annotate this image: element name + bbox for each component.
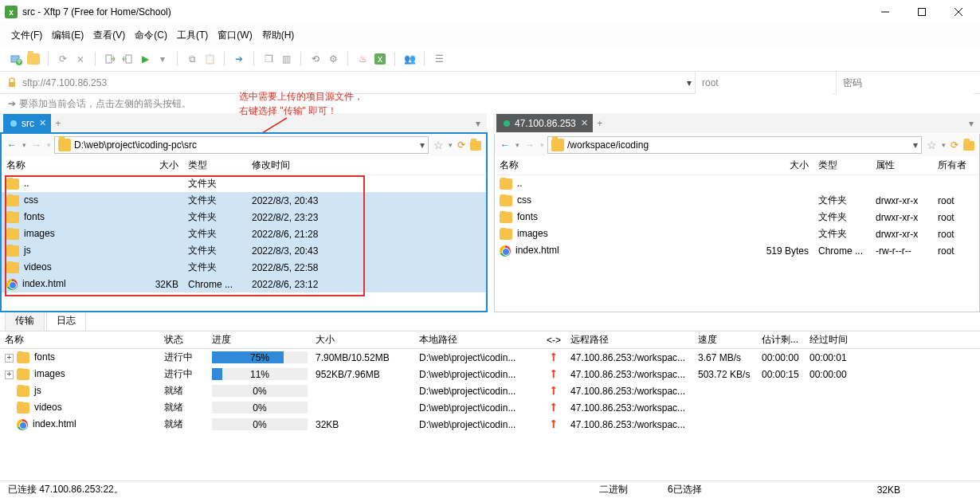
- nav-back-icon[interactable]: ←: [498, 138, 512, 152]
- right-tab-host[interactable]: 47.100.86.253 ✕: [496, 114, 593, 132]
- nav-back-icon[interactable]: ←: [5, 138, 19, 152]
- nav-fwd-icon[interactable]: →: [29, 138, 44, 152]
- menu-edit[interactable]: 编辑(E): [47, 25, 88, 45]
- file-row[interactable]: fonts 文件夹 2022/8/2, 23:23: [2, 209, 486, 225]
- path-dropdown-icon[interactable]: ▾: [913, 139, 918, 151]
- people-icon[interactable]: 👥: [402, 51, 417, 67]
- tab-log[interactable]: 日志: [46, 310, 86, 331]
- pane-splitter[interactable]: [488, 134, 494, 312]
- progress-bar: 0%: [212, 385, 308, 397]
- new-session-icon[interactable]: +: [8, 51, 24, 67]
- transfer-left-icon[interactable]: [102, 51, 118, 67]
- progress-bar: 75%: [212, 351, 308, 363]
- connection-host[interactable]: sftp://47.100.86.253: [22, 77, 107, 88]
- new-folder-icon[interactable]: [963, 139, 974, 151]
- file-row[interactable]: images 文件夹 2022/8/6, 21:28: [2, 225, 486, 242]
- upload-arrow-icon: 🠕: [547, 419, 561, 430]
- settings-icon[interactable]: ⚙: [325, 51, 341, 67]
- transfer-row[interactable]: js 就绪 0% D:\web\project\icodin... 🠕 47.1…: [0, 382, 980, 399]
- tab-scroll-icon[interactable]: ▾: [966, 118, 977, 129]
- remote-list-header[interactable]: 名称 大小 类型 属性 所有者: [495, 156, 979, 175]
- transfer-row[interactable]: index.html 就绪 0% 32KB D:\web\project\ico…: [0, 416, 980, 433]
- menu-view[interactable]: 查看(V): [88, 25, 130, 45]
- file-row[interactable]: css 文件夹 drwxr-xr-x root: [495, 192, 979, 209]
- tile-icon[interactable]: ▥: [278, 51, 294, 67]
- status-dot-icon: [504, 120, 510, 127]
- expand-icon[interactable]: +: [5, 354, 14, 363]
- options-icon[interactable]: ☰: [431, 51, 447, 67]
- add-tab-button[interactable]: +: [51, 118, 65, 129]
- file-row[interactable]: ..: [495, 175, 979, 192]
- refresh-icon[interactable]: ⟳: [457, 139, 465, 151]
- new-window-icon[interactable]: ❐: [261, 51, 276, 67]
- local-file-list[interactable]: 名称 大小 类型 修改时间 .. 文件夹 css 文件夹 2022/8/3, 2…: [2, 156, 486, 311]
- add-tab-button[interactable]: +: [593, 118, 607, 129]
- xshell-icon[interactable]: x: [372, 51, 388, 67]
- goto-icon[interactable]: ➔: [231, 51, 247, 67]
- window-title: src - Xftp 7 (Free for Home/School): [22, 6, 867, 18]
- transfers-header[interactable]: 名称 状态 进度 大小 本地路径 <-> 远程路径 速度 估计剩... 经过时间: [0, 331, 980, 349]
- file-row[interactable]: images 文件夹 drwxr-xr-x root: [495, 225, 979, 242]
- minimize-button[interactable]: [867, 1, 904, 23]
- upload-arrow-icon: 🠕: [547, 352, 561, 363]
- menu-tool[interactable]: 工具(T): [172, 25, 213, 45]
- expand-icon[interactable]: +: [5, 371, 14, 379]
- transfer-row[interactable]: +fonts 进行中 75% 7.90MB/10.52MB D:\web\pro…: [0, 349, 980, 366]
- hint-arrow-icon[interactable]: ➔: [6, 98, 18, 109]
- dropdown-icon[interactable]: ▾: [155, 51, 171, 67]
- local-path-row: ← ▾ → ▾ ▾ ☆▾ ⟳: [2, 134, 486, 156]
- transfer-row[interactable]: videos 就绪 0% D:\web\project\icodin... 🠕 …: [0, 399, 980, 416]
- file-row[interactable]: .. 文件夹: [2, 175, 486, 192]
- local-list-header[interactable]: 名称 大小 类型 修改时间: [2, 156, 486, 175]
- bottom-tabs: 传输 日志: [0, 312, 980, 331]
- folder-icon: [17, 402, 29, 414]
- tab-transfer[interactable]: 传输: [5, 310, 45, 331]
- local-pane: ← ▾ → ▾ ▾ ☆▾ ⟳ 名称 大小 类型 修改时间 ..: [0, 132, 488, 312]
- open-folder-icon[interactable]: [25, 51, 41, 67]
- file-row[interactable]: css 文件夹 2022/8/3, 20:43: [2, 192, 486, 209]
- upload-arrow-icon: 🠕: [547, 386, 561, 397]
- disconnect-icon[interactable]: ⨯: [73, 51, 88, 67]
- remote-file-list[interactable]: 名称 大小 类型 属性 所有者 .. css 文件夹 drwxr-xr-x ro…: [495, 156, 979, 312]
- menu-help[interactable]: 帮助(H): [257, 25, 300, 45]
- file-row[interactable]: videos 文件夹 2022/8/5, 22:58: [2, 259, 486, 276]
- file-row[interactable]: index.html 32KB Chrome ... 2022/8/6, 23:…: [2, 276, 486, 292]
- bookmark-icon[interactable]: ☆: [927, 139, 937, 151]
- tab-scroll-icon[interactable]: ▾: [472, 118, 484, 129]
- path-dropdown-icon[interactable]: ▾: [420, 139, 425, 151]
- transfer-row[interactable]: +images 进行中 11% 952KB/7.96MB D:\web\proj…: [0, 366, 980, 382]
- close-tab-icon[interactable]: ✕: [581, 118, 588, 128]
- bookmark-icon[interactable]: ☆: [433, 139, 444, 151]
- paste-icon[interactable]: 📋: [202, 51, 218, 67]
- password-field[interactable]: [836, 72, 974, 94]
- svg-rect-11: [9, 82, 15, 87]
- svg-rect-1: [919, 9, 926, 16]
- refresh-icon[interactable]: ⟳: [951, 139, 958, 151]
- play-icon[interactable]: ▶: [137, 51, 153, 67]
- file-row[interactable]: index.html 519 Bytes Chrome ... -rw-r--r…: [495, 242, 979, 259]
- folder-icon: [6, 262, 19, 273]
- status-size: 32KB: [877, 484, 900, 496]
- reconnect-icon[interactable]: ⟳: [55, 51, 71, 67]
- nav-fwd-icon[interactable]: →: [523, 138, 537, 152]
- user-field[interactable]: [695, 72, 833, 94]
- local-path-input[interactable]: ▾: [54, 136, 429, 154]
- menu-file[interactable]: 文件(F): [6, 25, 47, 45]
- close-button[interactable]: [940, 1, 977, 23]
- remote-path-input[interactable]: ▾: [547, 136, 922, 154]
- status-dot-icon: [10, 120, 17, 127]
- menu-cmd[interactable]: 命令(C): [130, 25, 172, 45]
- copy-icon[interactable]: ⧉: [184, 51, 200, 67]
- file-row[interactable]: js 文件夹 2022/8/3, 20:43: [2, 242, 486, 259]
- host-dropdown-icon[interactable]: ▾: [687, 77, 692, 88]
- left-tab-src[interactable]: src ✕: [3, 114, 51, 132]
- sync-icon[interactable]: ⟲: [308, 51, 323, 67]
- file-row[interactable]: fonts 文件夹 drwxr-xr-x root: [495, 209, 979, 225]
- svg-rect-8: [126, 55, 131, 63]
- new-folder-icon[interactable]: [470, 139, 481, 151]
- close-tab-icon[interactable]: ✕: [39, 118, 46, 128]
- menu-win[interactable]: 窗口(W): [213, 25, 257, 45]
- maximize-button[interactable]: [904, 1, 940, 23]
- fire-icon[interactable]: ♨: [355, 51, 370, 67]
- transfer-right-icon[interactable]: [120, 51, 135, 67]
